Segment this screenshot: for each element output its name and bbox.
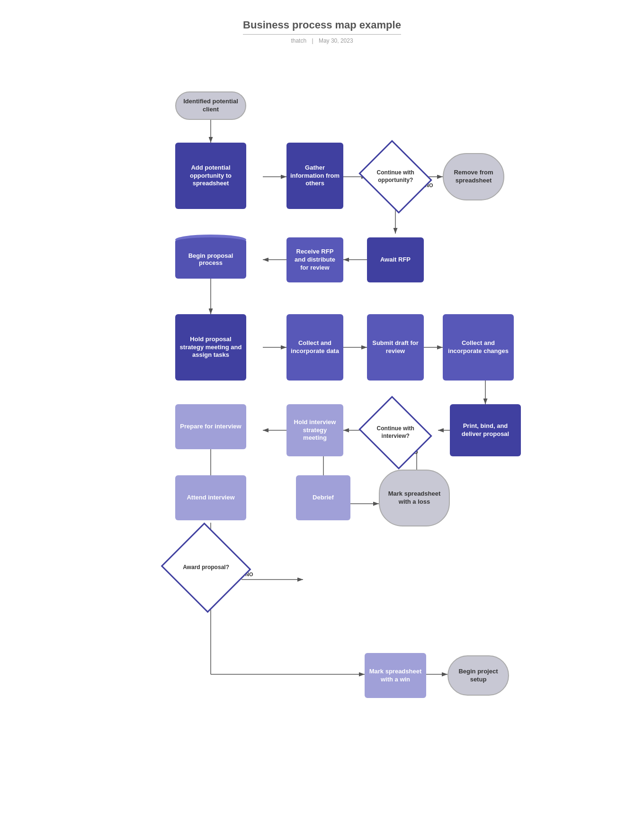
node-receive-rfp: Receive RFP and distribute for review bbox=[286, 237, 343, 282]
node-continue-opp: Continue with opportunity? bbox=[358, 140, 432, 214]
node-begin-project: Begin project setup bbox=[447, 655, 509, 696]
node-collect-changes: Collect and incorporate changes bbox=[443, 314, 514, 381]
flowchart: NO YES YES NO NO YES Identified potentia… bbox=[128, 63, 516, 812]
node-submit-draft: Submit draft for review bbox=[367, 314, 424, 381]
node-award-proposal: Award proposal? bbox=[161, 523, 251, 613]
node-continue-interview: Continue with interview? bbox=[358, 396, 432, 470]
node-await-rfp: Await RFP bbox=[367, 237, 424, 282]
node-begin-proposal: Begin proposal process bbox=[175, 234, 246, 279]
page-header: Business process map example thatch | Ma… bbox=[243, 19, 401, 44]
node-mark-loss: Mark spreadsheet with a loss bbox=[379, 470, 450, 526]
node-add-spreadsheet: Add potential opportunity to spreadsheet bbox=[175, 143, 246, 209]
node-hold-interview: Hold interview strategy meeting bbox=[286, 404, 343, 456]
node-gather-info: Gather information from others bbox=[286, 143, 343, 209]
node-identified: Identified potential client bbox=[175, 91, 246, 120]
page-meta: thatch | May 30, 2023 bbox=[243, 37, 401, 44]
node-print-bind: Print, bind, and deliver proposal bbox=[450, 404, 521, 456]
separator: | bbox=[312, 37, 313, 44]
node-debrief: Debrief bbox=[296, 475, 350, 520]
node-attend-interview: Attend interview bbox=[175, 475, 246, 520]
node-hold-proposal: Hold proposal strategy meeting and assig… bbox=[175, 314, 246, 381]
author: thatch bbox=[291, 37, 306, 44]
node-remove-spreadsheet: Remove from spreadsheet bbox=[443, 153, 504, 200]
node-prepare-interview: Prepare for interview bbox=[175, 404, 246, 449]
node-mark-win: Mark spreadsheet with a win bbox=[365, 653, 426, 698]
date: May 30, 2023 bbox=[319, 37, 353, 44]
page-title: Business process map example bbox=[243, 19, 401, 35]
node-collect-data: Collect and incorporate data bbox=[286, 314, 343, 381]
